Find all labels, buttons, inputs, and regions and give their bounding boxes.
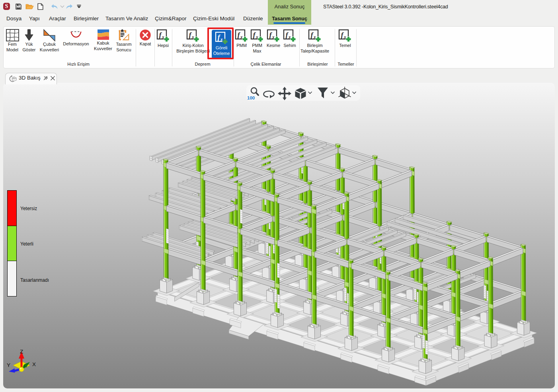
orbit-icon[interactable] [263, 90, 275, 98]
load-arrow-icon [24, 29, 34, 41]
ribbon-separator [356, 29, 357, 66]
axonometric-dropdown-icon[interactable] [352, 91, 357, 94]
ribbon-button-label-box: Kapat [136, 41, 154, 47]
ribbon-button-label: Sehim [283, 43, 296, 48]
ribbon-button-label: Birleşim [307, 43, 322, 48]
menu-yapi[interactable]: Yapı [29, 16, 40, 21]
cube-dropdown-icon[interactable] [308, 91, 312, 94]
fem-mesh-icon [6, 29, 19, 41]
close-tab-icon[interactable] [50, 76, 55, 81]
redo-icon[interactable] [66, 4, 73, 9]
ribbon-button-label-box: Kesme [265, 43, 282, 49]
unpin-icon[interactable] [43, 76, 48, 81]
fx-plus-icon [235, 29, 248, 43]
ribbon-button-label-box: Sehim [281, 43, 299, 49]
ribbon-button-label: Kuvvetler [94, 46, 112, 51]
axonometric-icon[interactable] [338, 86, 352, 101]
button-cubuk-kuvvetleri[interactable]: ÇubukKuvvetleri [36, 28, 62, 53]
open-folder-icon[interactable] [25, 4, 34, 10]
ribbon-button-label: Çubuk [43, 42, 56, 47]
ribbon-button-label: Kabuk [97, 41, 109, 45]
ribbon-button-label-box: PMMMax [249, 43, 265, 54]
tab-3d-bakis[interactable]: 3D Bakış [5, 73, 57, 84]
undo-dropdown-icon[interactable] [60, 5, 64, 8]
axis-z-label: Z [20, 349, 23, 355]
ribbon-button-label: Tasarım [116, 42, 131, 47]
button-sehim[interactable]: Sehim [281, 28, 299, 49]
shear-diagram-icon [43, 29, 56, 41]
ribbon-button-label-box: FemModel [3, 42, 22, 53]
tab-3d-bakis-label: 3D Bakış [19, 75, 41, 81]
axis-x-label: X [32, 361, 36, 367]
ribbon-button-label: PMM [252, 43, 262, 48]
filter-icon[interactable] [317, 87, 328, 99]
ribbon-button-label-box: Temel [335, 43, 355, 49]
ribbon-button-label: Deformasyon [63, 41, 89, 46]
group-celik-elemanlar: Çelik Elemanlar [242, 62, 290, 66]
legend-swatch-yetersiz [7, 190, 17, 226]
zoom-icon[interactable]: 100 [246, 86, 261, 101]
view-toolbar: 100 [246, 85, 360, 101]
ribbon-button-label: Model [6, 47, 18, 52]
ribbon-button-label: Talep/Kapasite [300, 49, 329, 53]
highlight-annotation [207, 27, 234, 59]
legend-label-yetersiz: Yetersiz [20, 206, 37, 211]
tab-tasarim-sonuc[interactable]: Tasarım Sonuç [268, 16, 311, 21]
cube-icon[interactable] [294, 87, 307, 100]
button-hepsi[interactable]: Hepsi [155, 28, 172, 49]
button-kapat[interactable]: Kapat [136, 28, 154, 47]
ribbon-button-label: PMM [236, 43, 247, 48]
ribbon-button-label: Kesme [267, 43, 280, 48]
menu-cizim-rapor[interactable]: Çizim&Rapor [155, 16, 187, 21]
window-title: STASteel 3.0.392 -Kolon_Kiris_SismikKont… [323, 4, 448, 10]
button-pmm[interactable]: PMM [234, 28, 250, 49]
tab-analiz-sonuc[interactable]: Analiz Sonuç [268, 4, 311, 10]
ribbon: Hızlı Erişim Deprem Çelik Elemanlar Birl… [3, 26, 555, 68]
legend-label-tasarlanmadi: Tasarlanmadı [20, 277, 49, 283]
button-yuk-goster[interactable]: YükGöster [20, 28, 39, 53]
button-birlesim-talep[interactable]: BirleşimTalep/Kapasite [297, 28, 333, 54]
fx-plus-icon [186, 29, 200, 43]
legend: Yetersiz Yeterli Tasarlanmadı [7, 190, 87, 302]
group-temeller: Temeller [322, 62, 370, 66]
menu-cizim-eski-modul[interactable]: Çizim-Eski Modül [193, 16, 234, 21]
ribbon-button-label-box: ÇubukKuvvetleri [36, 42, 62, 53]
ribbon-button-label: Fem [8, 42, 17, 47]
ribbon-button-label: Kuvvetleri [40, 47, 59, 52]
button-deformasyon[interactable]: Deformasyon [61, 28, 91, 47]
legend-swatch-tasarlanmadi [7, 261, 17, 296]
fx-plus-icon [156, 29, 170, 43]
group-hizli-erisim: Hızlı Erişim [55, 62, 102, 66]
ribbon-button-label-box: TasarımSonucu [111, 42, 137, 53]
menu-araclar[interactable]: Araçlar [49, 16, 66, 21]
fx-plus-icon [338, 29, 352, 43]
viewport-3d[interactable]: 100 [3, 83, 555, 388]
menu-dosya[interactable]: Dosya [6, 16, 21, 21]
ribbon-button-label: Kapat [140, 41, 151, 46]
new-file-icon[interactable] [37, 3, 43, 10]
ribbon-button-label-box: Deformasyon [61, 41, 91, 47]
button-fem-model[interactable]: FemModel [3, 28, 22, 53]
3d-view-icon [9, 75, 17, 82]
button-tasarim-sonucu[interactable]: TasarımSonucu [111, 28, 137, 53]
axis-triad: Z Y X [6, 347, 45, 383]
close-red-icon [139, 29, 151, 41]
menu-duzenle[interactable]: Düzenle [243, 16, 263, 21]
menu-birlesimler[interactable]: Birleşimler [74, 16, 99, 21]
fx-plus-icon [283, 29, 297, 43]
pan-icon[interactable] [278, 87, 291, 100]
design-result-icon [118, 29, 130, 41]
filter-dropdown-icon[interactable] [330, 91, 335, 94]
result-tab-block: Analiz Sonuç Tasarım Sonuç [268, 0, 311, 25]
menu-tasarim-ve-analiz[interactable]: Tasarım Ve Analiz [105, 16, 148, 21]
save-icon[interactable] [16, 4, 21, 10]
group-deprem: Deprem [179, 62, 226, 66]
app-logo[interactable]: S [3, 3, 10, 10]
ribbon-button-label: Max [253, 49, 261, 53]
undo-icon[interactable] [51, 4, 58, 9]
button-kesme[interactable]: Kesme [265, 28, 282, 49]
shell-forces-icon [97, 29, 109, 40]
button-pmm-max[interactable]: PMMMax [249, 28, 265, 54]
customize-toolbar-icon[interactable] [76, 5, 82, 8]
button-temel[interactable]: Temel [335, 28, 355, 49]
